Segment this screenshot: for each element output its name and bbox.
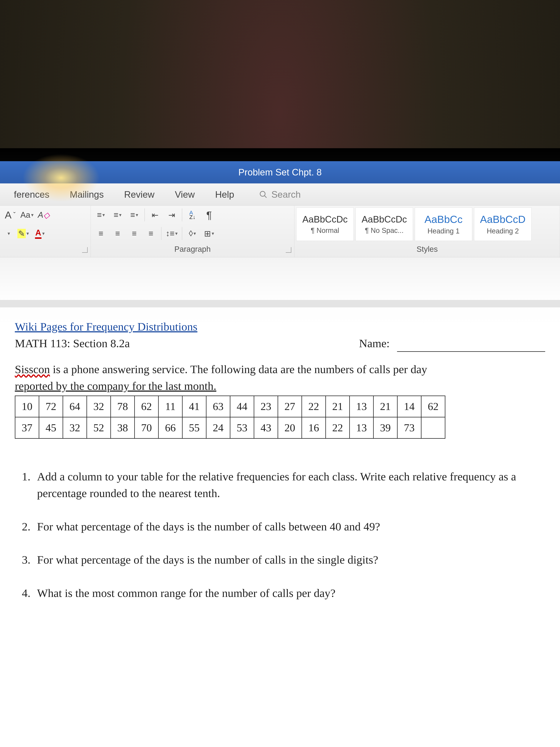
screen: Problem Set Chpt. 8 ferences Mailings Re… xyxy=(0,161,560,747)
table-cell[interactable]: 13 xyxy=(350,396,374,417)
table-cell[interactable]: 16 xyxy=(302,417,326,438)
table-cell[interactable]: 41 xyxy=(182,396,206,417)
table-cell[interactable]: 45 xyxy=(39,417,63,438)
paragraph-group-label: Paragraph xyxy=(91,243,294,256)
table-cell[interactable]: 62 xyxy=(421,396,445,417)
table-cell[interactable]: 32 xyxy=(87,396,111,417)
text-effects-button[interactable]: ▾ xyxy=(4,226,13,241)
table-cell[interactable]: 22 xyxy=(326,417,350,438)
document-content[interactable]: Wiki Pages for Frequency Distributions M… xyxy=(15,318,545,601)
highlight-button[interactable]: ✎▾ xyxy=(17,226,30,241)
styles-group: AaBbCcDc ¶ Normal AaBbCcDc ¶ No Spac... … xyxy=(294,206,560,257)
document-area[interactable]: Wiki Pages for Frequency Distributions M… xyxy=(0,257,560,747)
table-cell[interactable]: 64 xyxy=(63,396,87,417)
svg-line-1 xyxy=(264,196,267,198)
clear-formatting-button[interactable]: A◇ xyxy=(37,207,50,222)
align-left-button[interactable]: ≡ xyxy=(95,226,107,241)
show-marks-button[interactable]: ¶ xyxy=(203,207,216,222)
shrink-font-button[interactable]: Aˇ xyxy=(4,207,17,222)
table-row: 3745325238706655245343201622133973 xyxy=(15,417,445,438)
name-label: Name: xyxy=(359,335,390,352)
search-box[interactable]: Search xyxy=(259,189,300,200)
table-cell[interactable]: 70 xyxy=(135,417,159,438)
sort-button[interactable]: AZ↓ xyxy=(186,207,199,222)
paragraph-dialog-launcher-icon[interactable] xyxy=(286,247,291,253)
course-text: MATH 113: Section 8.2a xyxy=(15,335,130,352)
font-group: Aˇ Aa▾ A◇ ▾ ✎▾ A▾ xyxy=(0,206,91,257)
table-cell[interactable]: 66 xyxy=(159,417,182,438)
tab-mailings[interactable]: Mailings xyxy=(60,183,114,205)
increase-indent-button[interactable]: ⇥ xyxy=(165,207,178,222)
course-header-line: MATH 113: Section 8.2a Name: xyxy=(15,335,545,352)
table-cell[interactable]: 78 xyxy=(111,396,135,417)
separator xyxy=(182,208,182,222)
table-cell[interactable]: 21 xyxy=(374,396,397,417)
table-cell[interactable]: 72 xyxy=(39,396,63,417)
table-cell[interactable]: 14 xyxy=(397,396,421,417)
font-group-label xyxy=(0,243,90,256)
question-4: What is the most common range for the nu… xyxy=(33,585,545,601)
table-cell[interactable]: 38 xyxy=(111,417,135,438)
table-cell[interactable]: 22 xyxy=(302,396,326,417)
table-cell[interactable]: 73 xyxy=(397,417,421,438)
table-cell[interactable]: 23 xyxy=(254,396,278,417)
svg-point-0 xyxy=(260,191,265,196)
table-cell[interactable]: 53 xyxy=(230,417,254,438)
window-title: Problem Set Chpt. 8 xyxy=(238,167,322,178)
table-cell[interactable]: 13 xyxy=(350,417,374,438)
style-heading-1[interactable]: AaBbCc Heading 1 xyxy=(415,207,472,241)
table-cell[interactable]: 37 xyxy=(15,417,39,438)
intro-paragraph: Sisscon is a phone answering service. Th… xyxy=(15,361,545,378)
align-center-button[interactable]: ≡ xyxy=(111,226,124,241)
style-normal[interactable]: AaBbCcDc ¶ Normal xyxy=(296,207,354,241)
spellcheck-word[interactable]: Sisscon xyxy=(15,363,50,376)
font-dialog-launcher-icon[interactable] xyxy=(82,247,87,253)
table-cell[interactable]: 32 xyxy=(63,417,87,438)
search-placeholder: Search xyxy=(271,189,300,200)
name-blank-line[interactable] xyxy=(397,339,545,352)
table-cell[interactable]: 21 xyxy=(326,396,350,417)
align-right-button[interactable]: ≡ xyxy=(128,226,141,241)
table-cell[interactable]: 52 xyxy=(87,417,111,438)
shading-button[interactable]: ◊▾ xyxy=(186,226,199,241)
intro-line-2: reported by the company for the last mon… xyxy=(15,378,545,394)
change-case-button[interactable]: Aa▾ xyxy=(20,207,33,222)
decrease-indent-button[interactable]: ⇤ xyxy=(149,207,161,222)
table-cell[interactable]: 55 xyxy=(182,417,206,438)
table-cell[interactable]: 62 xyxy=(135,396,159,417)
search-icon xyxy=(259,190,268,199)
table-cell[interactable]: 44 xyxy=(230,396,254,417)
tab-view[interactable]: View xyxy=(165,183,205,205)
question-2: For what percentage of the days is the n… xyxy=(33,518,545,535)
separator xyxy=(182,227,182,240)
numbering-button[interactable]: ≡▾ xyxy=(111,207,124,222)
wiki-link[interactable]: Wiki Pages for Frequency Distributions xyxy=(15,318,545,335)
table-cell[interactable]: 11 xyxy=(159,396,182,417)
table-cell[interactable]: 10 xyxy=(15,396,39,417)
table-cell[interactable]: 43 xyxy=(254,417,278,438)
question-list: Add a column to your table for the relat… xyxy=(15,468,545,601)
tab-review[interactable]: Review xyxy=(114,183,165,205)
table-cell[interactable]: 27 xyxy=(278,396,302,417)
paragraph-group: ≡▾ ≡▾ ≡▾ ⇤ ⇥ AZ↓ ¶ ≡ ≡ ≡ ≡ ↕≡▾ xyxy=(91,206,294,257)
tab-references[interactable]: ferences xyxy=(4,183,60,205)
table-cell[interactable]: 20 xyxy=(278,417,302,438)
table-cell[interactable]: 24 xyxy=(206,417,230,438)
font-color-button[interactable]: A▾ xyxy=(33,226,46,241)
table-cell[interactable]: 39 xyxy=(374,417,397,438)
bullets-button[interactable]: ≡▾ xyxy=(95,207,107,222)
style-no-spacing[interactable]: AaBbCcDc ¶ No Spac... xyxy=(355,207,413,241)
table-cell[interactable] xyxy=(421,417,445,438)
styles-gallery[interactable]: AaBbCcDc ¶ Normal AaBbCcDc ¶ No Spac... … xyxy=(294,206,560,243)
table-row: 107264327862114163442327222113211462 xyxy=(15,396,445,417)
line-spacing-button[interactable]: ↕≡▾ xyxy=(165,226,178,241)
question-1: Add a column to your table for the relat… xyxy=(33,468,545,502)
borders-button[interactable]: ⊞▾ xyxy=(203,226,216,241)
justify-button[interactable]: ≡ xyxy=(144,226,157,241)
question-3: For what percentage of the days is the n… xyxy=(33,551,545,568)
style-heading-2[interactable]: AaBbCcD Heading 2 xyxy=(474,207,532,241)
data-table[interactable]: 107264327862114163442327222113211462 374… xyxy=(15,395,445,439)
multilevel-list-button[interactable]: ≡▾ xyxy=(128,207,141,222)
tab-help[interactable]: Help xyxy=(205,183,244,205)
table-cell[interactable]: 63 xyxy=(206,396,230,417)
